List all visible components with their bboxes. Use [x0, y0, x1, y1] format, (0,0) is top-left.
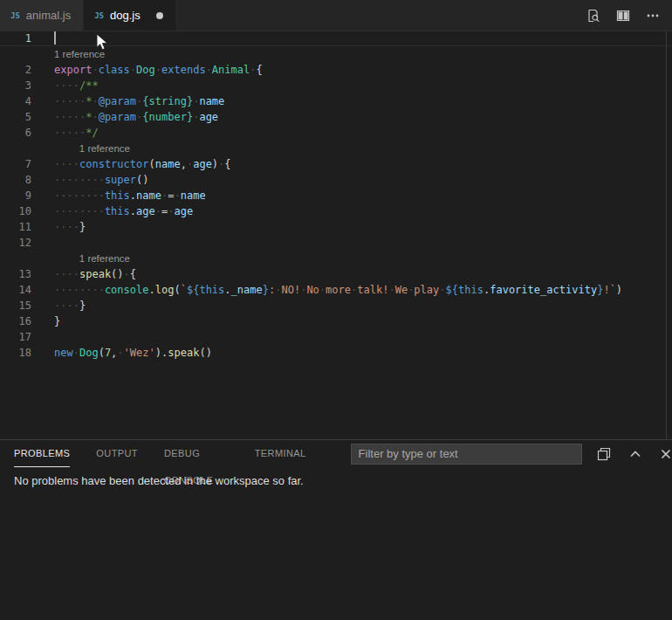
panel-tab-debug-console[interactable]: DEBUG CONSOLE	[164, 440, 229, 467]
code-text: ····/**	[54, 78, 99, 93]
code-line-1[interactable]: 1	[0, 31, 672, 46]
line-number: 6	[0, 127, 31, 139]
codelens-reference-link[interactable]: 1 reference	[54, 49, 105, 59]
code-text	[54, 31, 56, 46]
panel-tab-group: PROBLEMSOUTPUTDEBUG CONSOLETERMINAL	[14, 440, 333, 467]
editor-tab-animal-js[interactable]: JSanimal.js	[0, 0, 84, 31]
code-text: ········super()	[54, 172, 149, 188]
code-text: ·····*/	[54, 125, 99, 141]
code-line-11[interactable]: 11····}	[0, 219, 672, 235]
code-text: ····}	[54, 298, 86, 313]
line-number: 14	[0, 284, 31, 296]
js-file-icon: JS	[10, 11, 20, 20]
more-actions-icon[interactable]	[646, 9, 660, 23]
editor-lines: 11 reference2export·class·Dog·extends·An…	[0, 31, 672, 361]
line-number: 13	[0, 268, 31, 280]
code-line-14[interactable]: 14········console.log(`${this._name}:·NO…	[0, 282, 672, 298]
line-number: 1	[0, 32, 31, 45]
code-line-17[interactable]: 17	[0, 329, 672, 345]
text-caret	[54, 31, 56, 45]
close-icon[interactable]	[660, 448, 672, 460]
code-line-10[interactable]: 10········this.age·=·age	[0, 203, 672, 219]
code-text: ········console.log(`${this._name}:·NO!·…	[54, 282, 622, 298]
tab-label: animal.js	[26, 9, 71, 22]
file-search-icon[interactable]	[586, 9, 600, 23]
codelens-reference-link[interactable]: 1 reference	[79, 143, 130, 154]
tab-label: dog.js	[110, 9, 141, 22]
code-text: ····constructor(name,·age)·{	[54, 156, 231, 172]
line-number: 5	[0, 111, 31, 123]
line-number: 9	[0, 189, 31, 202]
line-number: 3	[0, 79, 31, 92]
code-line-7[interactable]: 7····constructor(name,·age)·{	[0, 156, 672, 172]
editor-tab-dog-js[interactable]: JSdog.js	[84, 0, 176, 31]
code-text: export·class·Dog·extends·Animal·{	[54, 62, 263, 78]
editor-scrollbar[interactable]	[666, 31, 667, 439]
line-number: 12	[0, 237, 31, 249]
editor-tab-bar: JSanimal.jsJSdog.js	[0, 0, 672, 31]
code-line-3[interactable]: 3····/**	[0, 78, 672, 93]
problems-empty-message: No problems have been detected in the wo…	[14, 474, 672, 487]
code-text: }	[54, 313, 60, 329]
unsaved-dot-icon[interactable]	[156, 12, 163, 19]
code-line-2[interactable]: 2export·class·Dog·extends·Animal·{	[0, 62, 672, 78]
line-number: 11	[0, 221, 31, 233]
code-line-16[interactable]: 16}	[0, 313, 672, 329]
line-number: 17	[0, 331, 31, 343]
codelens-row[interactable]: 1 reference	[0, 251, 672, 266]
code-text: new·Dog(7,·'Wez').speak()	[54, 345, 212, 361]
tab-group: JSanimal.jsJSdog.js	[0, 0, 176, 31]
code-editor[interactable]: 11 reference2export·class·Dog·extends·An…	[0, 31, 672, 439]
collapse-all-icon[interactable]	[597, 447, 611, 461]
code-line-15[interactable]: 15····}	[0, 298, 672, 313]
line-number: 8	[0, 174, 31, 186]
panel-tab-problems[interactable]: PROBLEMS	[14, 440, 70, 467]
code-line-5[interactable]: 5·····*·@param·{number}·age	[0, 109, 672, 125]
code-text: ····}	[54, 219, 86, 235]
line-number: 2	[0, 64, 31, 76]
panel-tab-output[interactable]: OUTPUT	[96, 440, 138, 467]
bottom-panel: PROBLEMSOUTPUTDEBUG CONSOLETERMINAL No p	[0, 439, 672, 620]
line-number: 4	[0, 95, 31, 107]
code-line-13[interactable]: 13····speak()·{	[0, 266, 672, 282]
editor-actions	[586, 0, 672, 31]
code-text: ········this.name·=·name	[54, 188, 206, 203]
line-number: 16	[0, 315, 31, 327]
line-number: 15	[0, 300, 31, 312]
code-line-6[interactable]: 6·····*/	[0, 125, 672, 141]
line-number: 7	[0, 158, 31, 170]
code-line-8[interactable]: 8········super()	[0, 172, 672, 188]
panel-header: PROBLEMSOUTPUTDEBUG CONSOLETERMINAL	[0, 440, 672, 467]
code-line-18[interactable]: 18new·Dog(7,·'Wez').speak()	[0, 345, 672, 361]
line-number: 10	[0, 205, 31, 217]
code-text: ·····*·@param·{string}·name	[54, 93, 224, 109]
code-text: ····speak()·{	[54, 266, 136, 282]
panel-actions	[597, 447, 672, 461]
code-line-4[interactable]: 4·····*·@param·{string}·name	[0, 93, 672, 109]
chevron-up-icon[interactable]	[628, 447, 642, 461]
codelens-row[interactable]: 1 reference	[0, 46, 672, 62]
code-line-9[interactable]: 9········this.name·=·name	[0, 188, 672, 203]
code-text: ········this.age·=·age	[54, 203, 193, 219]
problems-filter-input[interactable]	[351, 444, 582, 465]
js-file-icon: JS	[94, 11, 104, 20]
line-number: 18	[0, 347, 31, 359]
codelens-row[interactable]: 1 reference	[0, 141, 672, 156]
panel-tab-terminal[interactable]: TERMINAL	[255, 440, 306, 467]
split-editor-icon[interactable]	[616, 9, 630, 23]
code-text: ·····*·@param·{number}·age	[54, 109, 218, 125]
codelens-reference-link[interactable]: 1 reference	[79, 253, 130, 264]
code-line-12[interactable]: 12	[0, 235, 672, 251]
